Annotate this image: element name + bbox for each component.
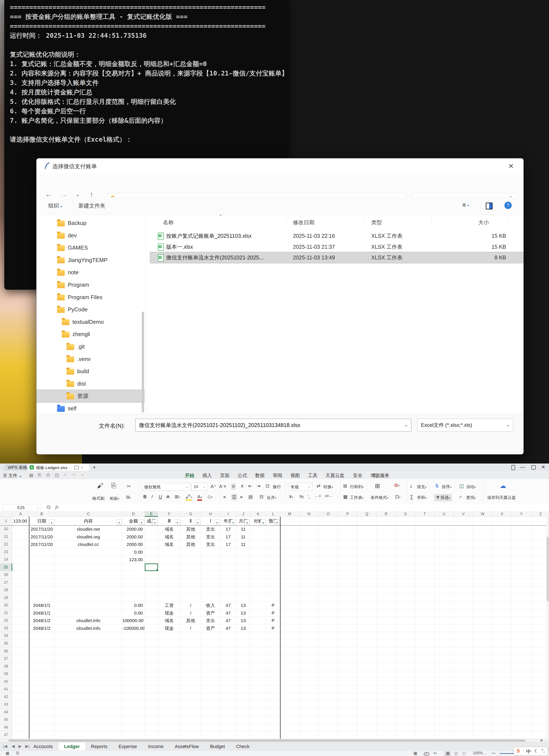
cell-W47[interactable] — [473, 731, 492, 739]
cell-M43[interactable] — [280, 701, 299, 708]
column-header-size[interactable]: 大小 — [478, 219, 489, 226]
cell-O28[interactable] — [319, 586, 338, 594]
column-header-Y[interactable]: Y — [512, 511, 531, 517]
cell-E41[interactable] — [145, 685, 158, 693]
cell-L35[interactable] — [267, 640, 280, 647]
cell-B44[interactable] — [29, 708, 55, 716]
cell-W46[interactable] — [473, 724, 492, 731]
cell-F1[interactable]: Ⅲ — [158, 517, 181, 525]
cell-Q41[interactable] — [357, 685, 376, 693]
cell-O39[interactable] — [319, 670, 338, 678]
cell-A27[interactable] — [12, 579, 29, 586]
cell-H47[interactable] — [201, 731, 220, 739]
cell-P34[interactable] — [338, 632, 357, 640]
cell-F37[interactable] — [158, 655, 181, 663]
cell-M33[interactable] — [280, 624, 299, 632]
cell-N20[interactable] — [299, 525, 319, 533]
cell-N33[interactable] — [299, 624, 319, 632]
cell-Z29[interactable] — [531, 594, 546, 602]
cell-Q44[interactable] — [357, 708, 376, 716]
cell-T33[interactable] — [415, 624, 434, 632]
cell-F22[interactable]: 域名 — [158, 541, 181, 548]
cell-D20[interactable]: 2000.00 — [122, 525, 145, 533]
cell-K34[interactable] — [250, 632, 267, 640]
column-header-Q[interactable]: Q — [357, 511, 376, 517]
cell-X43[interactable] — [492, 701, 512, 708]
cell-J35[interactable] — [236, 640, 250, 647]
cell-V21[interactable] — [454, 533, 473, 541]
cell-F47[interactable] — [158, 731, 181, 739]
cell-S1[interactable] — [396, 517, 415, 525]
tree-item-dist[interactable]: dist — [36, 378, 145, 390]
sheet-tab-Budget[interactable]: Budget — [204, 742, 231, 751]
row-header-43[interactable]: 43 — [0, 701, 12, 708]
cell-Q33[interactable] — [357, 624, 376, 632]
cell-M36[interactable] — [280, 647, 299, 655]
cell-T36[interactable] — [415, 647, 434, 655]
cell-N26[interactable] — [299, 571, 319, 579]
cell-J36[interactable] — [236, 647, 250, 655]
cell-F34[interactable] — [158, 632, 181, 640]
cell-I42[interactable] — [220, 693, 236, 701]
cell-J24[interactable] — [236, 556, 250, 564]
cell-L31[interactable]: P — [267, 609, 280, 617]
cell-G22[interactable]: 其他 — [181, 541, 201, 548]
cell-P32[interactable] — [338, 617, 357, 624]
cell-M40[interactable] — [280, 678, 299, 686]
cut-icon[interactable]: ✂ — [127, 484, 131, 489]
cell-M42[interactable] — [280, 693, 299, 701]
cell-Y39[interactable] — [512, 670, 531, 678]
cell-Z1[interactable] — [531, 517, 546, 525]
row-header-36[interactable]: 36 — [0, 647, 12, 655]
cell-M35[interactable] — [280, 640, 299, 647]
cell-W35[interactable] — [473, 640, 492, 647]
align-bottom-icon[interactable]: ⌆ — [240, 483, 244, 489]
cell-A20[interactable] — [12, 525, 29, 533]
cell-G1[interactable]: Ⅱ — [181, 517, 201, 525]
cell-I47[interactable] — [220, 731, 236, 739]
cell-S28[interactable] — [396, 586, 415, 594]
cell-Y32[interactable] — [512, 617, 531, 624]
paste-icon[interactable]: ⎘ — [111, 482, 116, 489]
cell-O34[interactable] — [319, 632, 338, 640]
column-header-Z[interactable]: Z — [531, 511, 546, 517]
cell-F31[interactable]: 现金 — [158, 609, 181, 617]
cell-J41[interactable] — [236, 685, 250, 693]
cell-M25[interactable] — [280, 564, 299, 571]
cell-V34[interactable] — [454, 632, 473, 640]
cell-E26[interactable] — [145, 571, 158, 579]
cell-D27[interactable] — [122, 579, 145, 586]
cell-S37[interactable] — [396, 655, 415, 663]
cell-Q45[interactable] — [357, 716, 376, 724]
column-header-name[interactable]: 名称 — [163, 219, 174, 226]
cell-V46[interactable] — [454, 724, 473, 731]
cell-H28[interactable] — [201, 586, 220, 594]
cell-Z26[interactable] — [531, 571, 546, 579]
cell-B31[interactable]: 2048/1/1 — [29, 609, 55, 617]
cell-Z24[interactable] — [531, 556, 546, 564]
cell-U28[interactable] — [434, 586, 454, 594]
cell-H39[interactable] — [201, 670, 220, 678]
cell-L22[interactable] — [267, 541, 280, 548]
frame-icon[interactable]: ⊡▾ — [395, 494, 400, 500]
cell-U39[interactable] — [434, 670, 454, 678]
cell-Q29[interactable] — [357, 594, 376, 602]
cell-P38[interactable] — [338, 663, 357, 670]
cell-A23[interactable] — [12, 548, 29, 556]
cell-R42[interactable] — [376, 693, 396, 701]
sheet-tab-Accounts[interactable]: Accounts — [28, 742, 59, 751]
column-header-R[interactable]: R — [376, 511, 396, 517]
tree-item-textualDemo[interactable]: textualDemo — [36, 316, 145, 328]
locate-icon[interactable]: ⌖▾ — [433, 751, 437, 755]
cell-O38[interactable] — [319, 663, 338, 670]
tree-item-资源[interactable]: 资源 — [36, 390, 145, 402]
cell-P23[interactable] — [338, 548, 357, 556]
cell-X42[interactable] — [492, 693, 512, 701]
cell-T42[interactable] — [415, 693, 434, 701]
tab-页面[interactable]: 页面 — [220, 472, 230, 479]
row-header-20[interactable]: 20 — [0, 525, 12, 533]
cell-N37[interactable] — [299, 655, 319, 663]
row-header-44[interactable]: 44 — [0, 708, 12, 716]
cell-X41[interactable] — [492, 685, 512, 693]
cell-T43[interactable] — [415, 701, 434, 708]
